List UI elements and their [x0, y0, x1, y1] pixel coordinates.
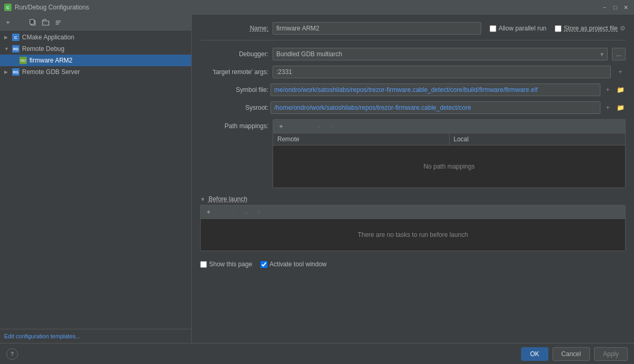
symbol-file-label: Symbol file:: [200, 86, 268, 93]
before-launch-toggle[interactable]: ▼: [200, 196, 205, 202]
debugger-label: Debugger:: [200, 50, 268, 58]
run-debug-dialog: C Run/Debug Configurations − □ ✕ + −: [0, 0, 634, 364]
left-panel: + −: [0, 15, 192, 343]
tree-item-cmake[interactable]: ▶ C CMake Application: [0, 32, 191, 43]
allow-parallel-label: Allow parallel run: [498, 25, 546, 32]
svg-text:C: C: [6, 5, 9, 10]
firmware-icon: RD: [19, 56, 27, 65]
edit-templates-link[interactable]: Edit configuration templates...: [4, 333, 80, 339]
no-tasks-text: There are no tasks to run before launch: [358, 231, 468, 238]
remove-config-button[interactable]: −: [15, 17, 26, 28]
svg-rect-3: [30, 19, 34, 24]
allow-parallel-checkbox[interactable]: [490, 25, 496, 32]
path-add-button[interactable]: +: [275, 121, 287, 132]
name-header-row: Name: Allow parallel run Store as projec…: [200, 22, 626, 35]
symbol-file-browse-button[interactable]: 📁: [615, 85, 626, 95]
footer-right: OK Cancel Apply: [521, 347, 628, 361]
activate-tool-checkbox[interactable]: [261, 261, 267, 268]
title-bar-left: C Run/Debug Configurations: [4, 4, 89, 11]
name-input[interactable]: [273, 22, 481, 35]
sysroot-input[interactable]: [271, 101, 600, 114]
title-bar-controls: − □ ✕: [600, 3, 630, 12]
firmware-label: firmware ARM2: [29, 57, 191, 64]
symbol-file-input[interactable]: [271, 84, 600, 96]
config-tree: ▶ C CMake Application ▼ RD Remote Debug: [0, 30, 191, 329]
launch-add-button[interactable]: +: [203, 206, 214, 218]
copy-config-button[interactable]: [27, 17, 39, 28]
tree-item-remote-debug[interactable]: ▼ RD Remote Debug: [0, 43, 191, 55]
before-launch-title: Before launch: [209, 195, 247, 203]
remote-col-header: Remote: [273, 133, 450, 145]
no-path-mappings-text: No path mappings: [423, 163, 474, 170]
store-project-label: Store as project file: [564, 25, 618, 32]
path-mappings-label: Path mappings:: [200, 122, 268, 130]
launch-edit-button[interactable]: ✎: [228, 206, 240, 218]
edit-templates-link-container: Edit configuration templates...: [0, 329, 191, 343]
cancel-button[interactable]: Cancel: [553, 347, 590, 361]
launch-down-button[interactable]: ▼: [253, 206, 265, 218]
ok-button[interactable]: OK: [521, 347, 548, 361]
debugger-select[interactable]: Bundled GDB multiarch: [273, 48, 608, 60]
symbol-file-add-button[interactable]: +: [602, 85, 613, 95]
tree-item-remote-gdb[interactable]: ▶ RG Remote GDB Server: [0, 66, 191, 78]
apply-button[interactable]: Apply: [594, 347, 628, 361]
svg-text:C: C: [14, 35, 17, 40]
bottom-options: Show this page Activate tool window: [200, 256, 626, 270]
debugger-more-button[interactable]: ...: [612, 48, 626, 60]
app-icon: C: [4, 4, 12, 11]
path-mappings-table: + − ✎ ▲ ▼ Remote Local No pa: [273, 119, 626, 188]
tree-item-firmware-arm2[interactable]: RD firmware ARM2: [0, 55, 191, 66]
add-config-button[interactable]: +: [2, 17, 14, 28]
before-launch-table: + − ✎ ▲ ▼ There are no tasks to run befo…: [200, 205, 626, 251]
remote-debug-icon: RD: [12, 45, 20, 53]
symbol-file-row: Symbol file: + 📁: [200, 84, 626, 96]
path-remove-button[interactable]: −: [288, 121, 299, 132]
path-mappings-row: Path mappings: + − ✎ ▲ ▼ Remote: [200, 119, 626, 188]
local-col-header: Local: [450, 133, 626, 145]
before-launch-section: ▼ Before launch + − ✎ ▲ ▼ There are no t…: [200, 193, 626, 251]
show-page-checkbox[interactable]: [200, 261, 207, 268]
left-toolbar: + −: [0, 15, 191, 30]
cmake-label: CMake Application: [22, 34, 191, 41]
allow-parallel-row: Allow parallel run: [490, 25, 546, 32]
store-gear-icon[interactable]: ⚙: [620, 25, 626, 32]
name-section: Name:: [200, 22, 481, 35]
path-mappings-body: No path mappings: [273, 145, 625, 188]
separator: [200, 40, 626, 40]
path-up-button[interactable]: ▲: [313, 121, 325, 132]
close-button[interactable]: ✕: [621, 3, 630, 12]
activate-tool-row: Activate tool window: [261, 261, 327, 268]
cmake-icon: C: [12, 33, 20, 41]
sysroot-add-button[interactable]: +: [602, 102, 613, 113]
show-page-row: Show this page: [200, 261, 252, 268]
svg-text:RD: RD: [20, 59, 26, 63]
launch-remove-button[interactable]: −: [215, 206, 227, 218]
main-content: + −: [0, 15, 634, 343]
remote-gdb-icon: RG: [12, 68, 20, 76]
help-button[interactable]: ?: [6, 348, 18, 360]
footer: ? OK Cancel Apply: [0, 343, 634, 364]
remote-gdb-chevron: ▶: [4, 69, 9, 75]
before-launch-body: There are no tasks to run before launch: [201, 219, 625, 251]
sort-button[interactable]: [53, 17, 64, 28]
maximize-button[interactable]: □: [611, 3, 619, 12]
path-edit-button[interactable]: ✎: [300, 121, 312, 132]
remote-debug-label: Remote Debug: [22, 45, 191, 53]
store-project-checkbox[interactable]: [555, 25, 562, 32]
launch-up-button[interactable]: ▲: [241, 206, 252, 218]
path-down-button[interactable]: ▼: [326, 121, 337, 132]
before-launch-header: ▼ Before launch: [200, 195, 626, 203]
debugger-row: Debugger: Bundled GDB multiarch ▼ ...: [200, 48, 626, 60]
copy-to-folder-button[interactable]: [40, 17, 51, 28]
sysroot-row: Sysroot: + 📁: [200, 101, 626, 114]
title-bar: C Run/Debug Configurations − □ ✕: [0, 0, 634, 15]
store-project-row: Store as project file ⚙: [555, 25, 626, 32]
target-remote-input[interactable]: [273, 66, 611, 78]
debugger-select-wrapper: Bundled GDB multiarch ▼: [273, 48, 608, 60]
remote-gdb-label: Remote GDB Server: [22, 68, 191, 76]
target-remote-add-button[interactable]: +: [615, 67, 626, 77]
minimize-button[interactable]: −: [600, 3, 609, 12]
sysroot-browse-button[interactable]: 📁: [615, 102, 626, 113]
remote-debug-chevron: ▼: [4, 46, 9, 51]
before-launch-toolbar: + − ✎ ▲ ▼: [201, 205, 625, 219]
